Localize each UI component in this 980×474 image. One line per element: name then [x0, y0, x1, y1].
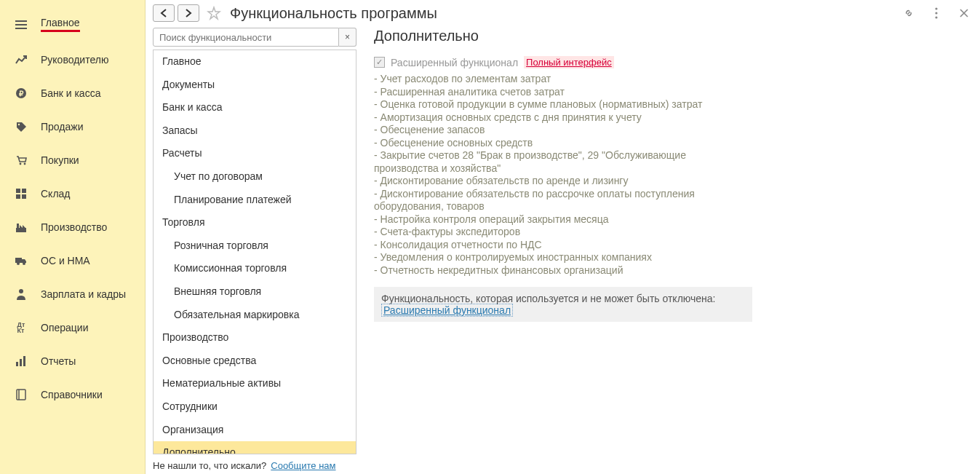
tree-item[interactable]: Обязательная маркировка	[154, 304, 356, 327]
tree-item[interactable]: Учет по договорам	[154, 165, 356, 189]
sidebar-label: ОС и НМА	[41, 255, 90, 266]
more-icon[interactable]	[928, 4, 945, 22]
sidebar-item-warehouse[interactable]: Склад	[0, 177, 145, 210]
description-item: - Амортизация основных средств с дня при…	[374, 111, 752, 125]
svg-point-17	[19, 289, 23, 293]
tree-item[interactable]: Комиссионная торговля	[154, 257, 356, 280]
tree-item[interactable]: Торговля	[154, 211, 356, 234]
description-item: - Обесценение запасов	[374, 124, 752, 137]
extended-functional-row: ✓ Расширенный функционал Полный интерфей…	[374, 56, 973, 68]
extended-functional-label: Расширенный функционал	[391, 57, 518, 68]
sidebar-label: Руководителю	[41, 54, 108, 66]
back-button[interactable]	[153, 4, 175, 22]
sidebar-item-bank[interactable]: ₽ Банк и касса	[0, 76, 145, 110]
description-item: - Учет расходов по элементам затрат	[374, 73, 752, 86]
link-icon[interactable]	[900, 4, 917, 22]
svg-rect-18	[16, 362, 18, 366]
tree-item[interactable]: Документы	[154, 74, 356, 97]
svg-rect-13	[17, 224, 19, 228]
tree-item[interactable]: Розничная торговля	[154, 234, 356, 258]
full-interface-link[interactable]: Полный интерфейс	[524, 56, 614, 68]
sidebar-item-catalogs[interactable]: Справочники	[0, 378, 145, 411]
detail-panel: Дополнительно ✓ Расширенный функционал П…	[356, 28, 973, 474]
description-item: - Расширенная аналитика счетов затрат	[374, 86, 752, 99]
locked-note: Функциональность, которая используется и…	[381, 293, 745, 304]
svg-rect-11	[22, 194, 26, 199]
page-title: Функциональность программы	[230, 5, 437, 22]
favorite-star-icon[interactable]	[205, 4, 223, 22]
ruble-icon: ₽	[13, 87, 29, 99]
svg-rect-19	[20, 359, 22, 366]
sidebar-item-manager[interactable]: Руководителю	[0, 43, 145, 76]
report-link[interactable]: Сообщите нам	[271, 460, 335, 471]
search-input[interactable]	[153, 28, 339, 47]
forward-button[interactable]	[178, 4, 199, 22]
tree-item[interactable]: Главное	[154, 50, 356, 74]
svg-rect-9	[22, 189, 26, 193]
svg-rect-20	[23, 356, 25, 366]
sidebar-label: Операции	[41, 322, 89, 333]
sidebar-item-operations[interactable]: ДтКт Операции	[0, 311, 145, 344]
description-item: - Отчетность некредитных финансовых орга…	[374, 264, 752, 277]
main-content: Функциональность программы × ГлавноеДоку…	[146, 0, 980, 474]
sidebar-label: Склад	[41, 188, 71, 200]
locked-link[interactable]: Расширенный функционал	[381, 304, 513, 317]
cart-icon	[13, 154, 29, 166]
sidebar-label: Покупки	[41, 154, 79, 166]
description-item: - Дисконтирование обязательств по рассро…	[374, 188, 752, 213]
sidebar-item-reports[interactable]: Отчеты	[0, 344, 145, 378]
description-list: - Учет расходов по элементам затрат- Рас…	[374, 73, 752, 277]
description-item: - Консолидация отчетности по НДС	[374, 239, 752, 252]
tree-item[interactable]: Производство	[154, 326, 356, 349]
sidebar-label: Справочники	[41, 389, 103, 400]
book-icon	[13, 389, 29, 400]
svg-rect-21	[17, 390, 25, 400]
sidebar-label: Продажи	[41, 121, 83, 133]
description-item: - Уведомления о контролируемых иностранн…	[374, 251, 752, 264]
not-found-row: Не нашли то, что искали? Сообщите нам	[153, 454, 356, 474]
tree-item[interactable]: Расчеты	[154, 142, 356, 165]
sidebar-item-main[interactable]: Главное	[0, 6, 145, 43]
search-clear-button[interactable]: ×	[339, 28, 356, 47]
sidebar-item-assets[interactable]: ОС и НМА	[0, 244, 145, 277]
sidebar-label: Банк и касса	[41, 87, 100, 99]
main-sidebar: Главное Руководителю ₽ Банк и касса Прод…	[0, 0, 146, 474]
tree-item[interactable]: Сотрудники	[154, 395, 356, 419]
trend-icon	[13, 55, 29, 65]
factory-icon	[13, 222, 29, 232]
svg-point-16	[23, 262, 25, 265]
person-icon	[13, 288, 29, 300]
tree-item[interactable]: Основные средства	[154, 349, 356, 373]
svg-point-5	[18, 124, 20, 125]
tree-item[interactable]: Банк и касса	[154, 96, 356, 119]
truck-icon	[13, 256, 29, 266]
detail-title: Дополнительно	[374, 28, 973, 44]
tree-item[interactable]: Внешняя торговля	[154, 280, 356, 304]
sidebar-item-purchases[interactable]: Покупки	[0, 143, 145, 177]
tree-list: ГлавноеДокументыБанк и кассаЗапасыРасчет…	[153, 50, 356, 454]
tree-item[interactable]: Планирование платежей	[154, 189, 356, 212]
svg-rect-14	[15, 258, 22, 263]
tree-item[interactable]: Дополнительно	[154, 441, 356, 454]
tag-icon	[13, 121, 29, 133]
close-icon[interactable]	[955, 4, 973, 22]
description-item: - Оценка готовой продукции в сумме плано…	[374, 98, 752, 111]
sidebar-item-hr[interactable]: Зарплата и кадры	[0, 277, 145, 311]
tree-item[interactable]: Организация	[154, 419, 356, 442]
svg-point-6	[20, 163, 22, 165]
tree-item[interactable]: Запасы	[154, 119, 356, 143]
tree-item[interactable]: Нематериальные активы	[154, 372, 356, 395]
svg-point-15	[17, 262, 20, 265]
extended-functional-checkbox[interactable]: ✓	[374, 57, 385, 68]
svg-point-7	[24, 163, 26, 165]
functionality-tree-panel: × ГлавноеДокументыБанк и кассаЗапасыРасч…	[153, 28, 356, 474]
locked-functionality-box: Функциональность, которая используется и…	[374, 287, 752, 322]
description-item: - Обесценение основных средств	[374, 137, 752, 150]
bars-icon	[13, 356, 29, 366]
topbar: Функциональность программы	[153, 4, 973, 22]
svg-point-25	[935, 16, 937, 18]
svg-rect-10	[16, 194, 20, 199]
sidebar-item-sales[interactable]: Продажи	[0, 110, 145, 143]
sidebar-item-production[interactable]: Производство	[0, 210, 145, 244]
menu-icon	[13, 20, 29, 30]
